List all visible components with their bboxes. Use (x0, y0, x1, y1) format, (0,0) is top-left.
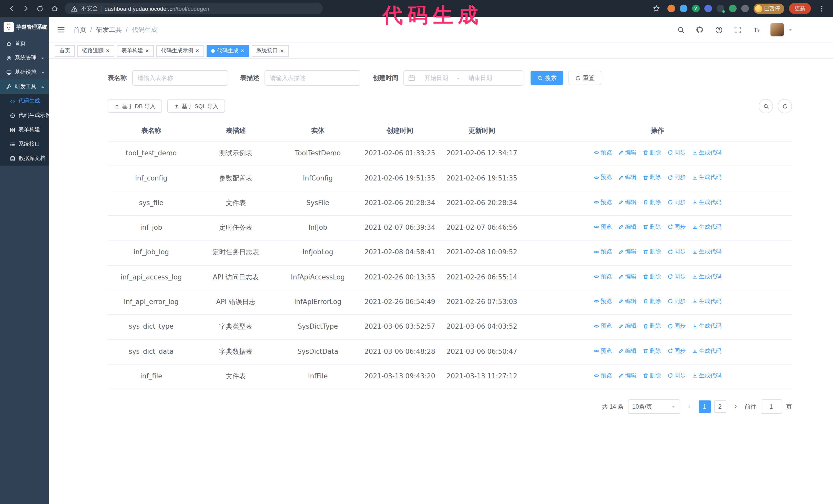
extension-fox-icon[interactable] (667, 5, 675, 12)
action-download-link[interactable]: 生成代码 (692, 297, 721, 306)
action-eye-link[interactable]: 预览 (593, 372, 612, 380)
profile-paused-badge[interactable]: 已暂停 (753, 3, 784, 14)
reset-button[interactable]: 重置 (569, 71, 601, 85)
address-bar[interactable]: 不安全 dashboard.yudao.iocoder.cn/tool/code… (65, 3, 323, 14)
browser-menu-button[interactable] (815, 2, 828, 15)
action-edit-link[interactable]: 编辑 (618, 322, 636, 330)
action-download-link[interactable]: 生成代码 (692, 173, 721, 182)
action-edit-link[interactable]: 编辑 (618, 198, 636, 207)
table-desc-input[interactable] (264, 70, 360, 86)
tab-表单构建[interactable]: 表单构建 (117, 45, 154, 57)
end-date-input[interactable] (461, 74, 499, 81)
breadcrumb-item[interactable]: 研发工具 (96, 25, 122, 34)
date-range-picker[interactable]: - (403, 70, 523, 86)
action-edit-link[interactable]: 编辑 (618, 173, 636, 182)
action-trash-link[interactable]: 删除 (643, 223, 661, 231)
action-sync-link[interactable]: 同步 (667, 297, 686, 306)
tab-close-icon[interactable] (240, 49, 244, 53)
action-eye-link[interactable]: 预览 (593, 272, 612, 281)
next-page-button[interactable] (730, 401, 740, 413)
action-eye-link[interactable]: 预览 (593, 149, 612, 157)
tab-close-icon[interactable] (145, 49, 149, 53)
sidebar-subitem-codegen[interactable]: 代码生成 (0, 94, 49, 108)
action-sync-link[interactable]: 同步 (667, 198, 686, 207)
action-download-link[interactable]: 生成代码 (692, 223, 721, 231)
sidebar-item-system[interactable]: 系统管理 (0, 51, 49, 65)
action-sync-link[interactable]: 同步 (667, 272, 686, 281)
page-button-1[interactable]: 1 (698, 401, 711, 413)
sidebar-subitem-codegen-demo[interactable]: 代码生成示例 (0, 108, 49, 123)
extension-people-icon[interactable] (704, 5, 712, 12)
avatar-caret-down-icon[interactable] (788, 27, 793, 32)
sidebar-subitem-db-doc[interactable]: 数据库文档 (0, 151, 49, 166)
action-trash-link[interactable]: 删除 (643, 248, 661, 256)
action-sync-link[interactable]: 同步 (667, 347, 686, 355)
action-download-link[interactable]: 生成代码 (692, 347, 721, 355)
tab-代码生成示例[interactable]: 代码生成示例 (156, 45, 204, 57)
search-button[interactable]: 搜索 (530, 71, 563, 85)
fullscreen-button[interactable] (733, 25, 743, 35)
user-avatar[interactable] (770, 23, 784, 37)
action-download-link[interactable]: 生成代码 (692, 248, 721, 256)
action-edit-link[interactable]: 编辑 (618, 248, 636, 256)
extension-drop-icon[interactable] (680, 5, 687, 12)
extension-v-icon[interactable] (692, 5, 699, 12)
tab-系统接口[interactable]: 系统接口 (252, 45, 289, 57)
action-edit-link[interactable]: 编辑 (618, 297, 636, 306)
github-link[interactable] (695, 25, 705, 35)
action-sync-link[interactable]: 同步 (667, 372, 686, 380)
header-search-button[interactable] (675, 25, 686, 35)
sidebar-toggle-button[interactable] (54, 23, 68, 37)
action-trash-link[interactable]: 删除 (643, 198, 661, 207)
browser-forward-button[interactable] (20, 2, 32, 15)
sidebar-subitem-form-builder[interactable]: 表单构建 (0, 123, 49, 137)
refresh-table-button[interactable] (778, 99, 792, 113)
extension-leaf-icon[interactable] (729, 5, 736, 12)
table-name-input[interactable] (132, 70, 228, 86)
action-download-link[interactable]: 生成代码 (692, 322, 721, 330)
action-sync-link[interactable]: 同步 (667, 173, 686, 182)
action-trash-link[interactable]: 删除 (643, 372, 661, 380)
start-date-input[interactable] (417, 74, 455, 81)
action-sync-link[interactable]: 同步 (667, 149, 686, 157)
browser-home-button[interactable] (48, 2, 61, 15)
action-edit-link[interactable]: 编辑 (618, 372, 636, 380)
action-download-link[interactable]: 生成代码 (692, 149, 721, 157)
action-eye-link[interactable]: 预览 (593, 173, 612, 182)
font-size-button[interactable] (752, 25, 762, 35)
action-eye-link[interactable]: 预览 (593, 322, 612, 330)
sidebar-item-home[interactable]: 首页 (0, 37, 49, 51)
bookmark-star-button[interactable] (650, 2, 663, 15)
sidebar-subitem-api[interactable]: 系统接口 (0, 137, 49, 151)
tab-close-icon[interactable] (105, 49, 110, 53)
action-trash-link[interactable]: 删除 (643, 149, 661, 157)
browser-back-button[interactable] (5, 2, 18, 15)
tab-close-icon[interactable] (280, 49, 284, 53)
tab-close-icon[interactable] (195, 49, 199, 53)
page-button-2[interactable]: 2 (714, 401, 726, 413)
action-download-link[interactable]: 生成代码 (692, 272, 721, 281)
browser-reload-button[interactable] (34, 2, 46, 15)
import-sql-button[interactable]: 基于 SQL 导入 (167, 99, 225, 113)
action-edit-link[interactable]: 编辑 (618, 149, 636, 157)
action-trash-link[interactable]: 删除 (643, 322, 661, 330)
import-db-button[interactable]: 基于 DB 导入 (108, 99, 162, 113)
action-trash-link[interactable]: 删除 (643, 297, 661, 306)
action-trash-link[interactable]: 删除 (643, 173, 661, 182)
action-eye-link[interactable]: 预览 (593, 223, 612, 231)
action-eye-link[interactable]: 预览 (593, 248, 612, 256)
action-edit-link[interactable]: 编辑 (618, 272, 636, 281)
docs-help-button[interactable] (714, 25, 724, 35)
prev-page-button[interactable] (684, 401, 694, 413)
tab-首页[interactable]: 首页 (55, 45, 75, 57)
goto-page-input[interactable] (760, 400, 782, 414)
action-sync-link[interactable]: 同步 (667, 223, 686, 231)
action-download-link[interactable]: 生成代码 (692, 198, 721, 207)
sidebar-item-devtools[interactable]: 研发工具 (0, 79, 49, 94)
toggle-search-button[interactable] (759, 99, 773, 113)
action-trash-link[interactable]: 删除 (643, 272, 661, 281)
logo[interactable]: 芋道管理系统 (0, 17, 49, 37)
action-eye-link[interactable]: 预览 (593, 347, 612, 355)
action-edit-link[interactable]: 编辑 (618, 223, 636, 231)
sidebar-item-infra[interactable]: 基础设施 (0, 65, 49, 79)
